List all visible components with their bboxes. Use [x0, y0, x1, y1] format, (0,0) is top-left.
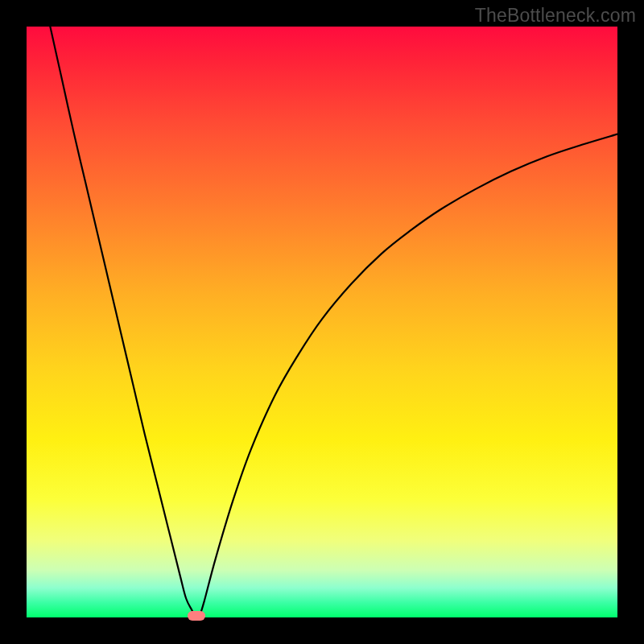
bottleneck-curve — [27, 27, 617, 617]
plot-area — [27, 27, 617, 617]
chart-frame: TheBottleneck.com — [0, 0, 644, 644]
watermark-text: TheBottleneck.com — [475, 5, 636, 27]
minimum-marker — [188, 611, 205, 621]
